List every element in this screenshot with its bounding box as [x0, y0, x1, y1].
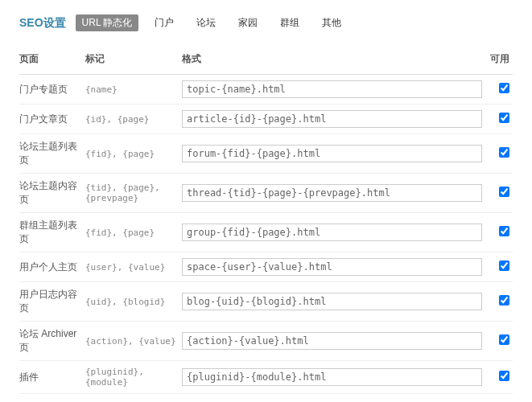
tab-portal[interactable]: 门户: [148, 14, 180, 31]
table-row: 插件{pluginid}, {module}: [19, 361, 513, 394]
table-row: 用户日志内容页{uid}, {blogid}: [19, 282, 513, 322]
cell-tag: {name}: [85, 75, 182, 105]
format-input[interactable]: [182, 258, 482, 276]
col-format: 格式: [182, 46, 485, 75]
col-available: 可用: [485, 46, 513, 75]
cell-page: 论坛主题内容页: [19, 174, 85, 213]
header-tabs: SEO设置 URL 静态化 门户 论坛 家园 群组 其他: [19, 14, 513, 31]
format-input[interactable]: [182, 145, 482, 162]
format-input[interactable]: [182, 368, 482, 386]
format-input[interactable]: [182, 293, 482, 310]
available-checkbox[interactable]: [499, 226, 509, 236]
tab-home[interactable]: 家园: [232, 14, 264, 31]
cell-available: [485, 252, 513, 282]
cell-page: 插件: [19, 361, 85, 394]
table-row: 门户文章页{id}, {page}: [19, 105, 513, 134]
cell-format: [182, 282, 485, 322]
format-input[interactable]: [182, 332, 482, 350]
format-input[interactable]: [182, 80, 482, 98]
col-page: 页面: [19, 46, 85, 75]
table-row: 论坛主题列表页{fid}, {page}: [19, 134, 513, 174]
cell-tag: {id}, {page}: [85, 105, 182, 134]
cell-page: 用户个人主页: [19, 252, 85, 282]
available-checkbox[interactable]: [499, 83, 509, 93]
table-row: 门户专题页{name}: [19, 75, 513, 105]
cell-page: 论坛主题列表页: [19, 134, 85, 174]
cell-page: 群组主题列表页: [19, 213, 85, 252]
available-checkbox[interactable]: [499, 113, 509, 123]
tab-url-static[interactable]: URL 静态化: [76, 14, 139, 31]
cell-format: [182, 174, 485, 213]
cell-page: 门户专题页: [19, 75, 85, 105]
tab-group[interactable]: 群组: [274, 14, 306, 31]
cell-available: [485, 213, 513, 252]
cell-tag: {action}, {value}: [85, 322, 182, 361]
cell-available: [485, 174, 513, 213]
cell-available: [485, 282, 513, 322]
cell-tag: {fid}, {page}: [85, 213, 182, 252]
cell-tag: {pluginid}, {module}: [85, 361, 182, 394]
cell-available: [485, 75, 513, 105]
table-row: 论坛 Archiver 页{action}, {value}: [19, 322, 513, 361]
col-tag: 标记: [85, 46, 182, 75]
tab-forum[interactable]: 论坛: [190, 14, 222, 31]
cell-format: [182, 252, 485, 282]
table-row: 群组主题列表页{fid}, {page}: [19, 213, 513, 252]
page-title: SEO设置: [19, 16, 66, 31]
cell-format: [182, 213, 485, 252]
table-row: 用户个人主页{user}, {value}: [19, 252, 513, 282]
tab-other[interactable]: 其他: [315, 14, 348, 31]
available-checkbox[interactable]: [499, 371, 509, 381]
format-input[interactable]: [182, 224, 482, 241]
cell-format: [182, 322, 485, 361]
cell-format: [182, 134, 485, 174]
cell-page: 论坛 Archiver 页: [19, 322, 85, 361]
cell-available: [485, 134, 513, 174]
cell-tag: {uid}, {blogid}: [85, 282, 182, 322]
cell-available: [485, 105, 513, 134]
available-checkbox[interactable]: [499, 147, 509, 158]
table-row: 论坛主题内容页{tid}, {page}, {prevpage}: [19, 174, 513, 213]
available-checkbox[interactable]: [499, 187, 509, 197]
available-checkbox[interactable]: [499, 295, 509, 306]
cell-available: [485, 322, 513, 361]
cell-tag: {tid}, {page}, {prevpage}: [85, 174, 182, 213]
cell-format: [182, 75, 485, 105]
cell-tag: {fid}, {page}: [85, 134, 182, 174]
format-input[interactable]: [182, 110, 482, 128]
cell-available: [485, 361, 513, 394]
cell-page: 门户文章页: [19, 105, 85, 134]
format-input[interactable]: [182, 184, 482, 202]
seo-table: 页面 标记 格式 可用 门户专题页{name}门户文章页{id}, {page}…: [19, 46, 513, 394]
cell-page: 用户日志内容页: [19, 282, 85, 322]
cell-format: [182, 361, 485, 394]
available-checkbox[interactable]: [499, 334, 509, 345]
cell-tag: {user}, {value}: [85, 252, 182, 282]
available-checkbox[interactable]: [499, 260, 509, 271]
cell-format: [182, 105, 485, 134]
